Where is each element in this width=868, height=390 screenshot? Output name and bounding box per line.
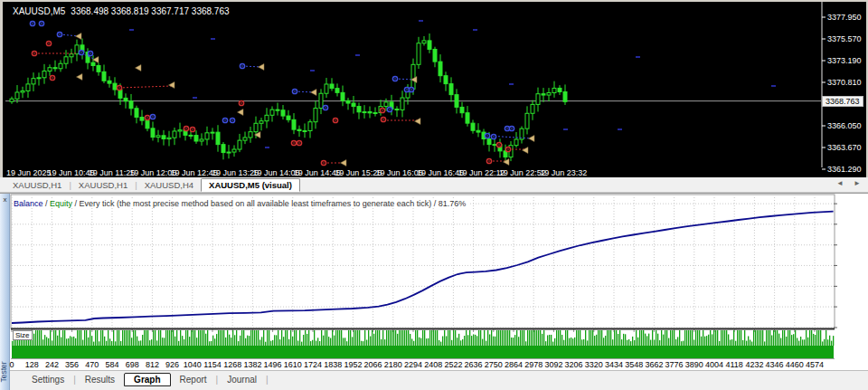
- legend-separator: /: [43, 199, 51, 208]
- tester-x-axis-label: 2522: [444, 360, 462, 369]
- tester-x-axis-label: 1838: [324, 360, 342, 369]
- time-axis-label: 19 Jun 12:45: [171, 168, 218, 177]
- chart-tab-xauusd-h1[interactable]: XAUUSD,H1: [71, 179, 135, 191]
- tester-x-axis-label: 584: [105, 360, 118, 369]
- mt4-strategy-tester-window: XAUUSD,M53368.498 3368.819 3367.717 3368…: [0, 0, 868, 390]
- close-icon[interactable]: x: [1, 195, 9, 204]
- tester-graph-header: Balance / Equity / Every tick (the most …: [14, 199, 469, 208]
- time-axis-label: 19 Jun 16:45: [417, 168, 464, 177]
- tester-x-axis-label: 1040: [184, 360, 202, 369]
- price-axis-label: 3377.950: [827, 13, 868, 22]
- tester-x-axis-label: 3662: [645, 360, 663, 369]
- price-axis-label: 3375.570: [827, 34, 868, 43]
- tester-x-axis-label: 4232: [745, 360, 763, 369]
- strategy-tester-panel: Balance / Equity / Every tick (the most …: [0, 193, 868, 390]
- tester-x-axis-label: 812: [146, 360, 159, 369]
- tester-x-axis-label: 3548: [625, 360, 643, 369]
- price-axis-label: 3373.190: [827, 56, 868, 65]
- tab-scroll-left-icon[interactable]: ◄: [836, 179, 844, 187]
- chart-ohlc-title: XAUUSD,M53368.498 3368.819 3367.717 3368…: [13, 6, 230, 16]
- tester-x-axis-label: 1952: [344, 360, 362, 369]
- time-axis-label: 19 Jun 22:52: [499, 168, 546, 177]
- tester-x-axis-label: 470: [85, 360, 99, 369]
- time-axis-label: 19 Jun 22:12: [458, 168, 505, 177]
- tester-x-axis-label: 128: [25, 360, 39, 369]
- tester-x-axis-label: 1154: [203, 360, 221, 369]
- candlestick-plot[interactable]: [3, 2, 866, 177]
- tester-x-axis-label: 2636: [465, 360, 483, 369]
- legend-balance: Balance: [14, 199, 43, 208]
- tester-x-axis-label: 3776: [665, 360, 684, 369]
- tester-strip-label: Tester: [0, 356, 8, 388]
- tester-x-axis-label: 1268: [223, 360, 241, 369]
- time-axis-label: 19 Jun 2025: [6, 168, 52, 177]
- tester-tab-results[interactable]: Results: [76, 374, 124, 385]
- tester-x-axis-label: 2408: [424, 360, 442, 369]
- tester-tab-bar: Settings|ResultsGraphReport|Journal|: [10, 370, 868, 390]
- tab-scroll-right-icon[interactable]: ►: [854, 179, 861, 187]
- price-axis-label: 3361.290: [827, 165, 868, 174]
- current-price-tag: 3368.763: [822, 96, 863, 107]
- price-axis-label: 3370.810: [827, 78, 868, 87]
- tester-x-axis-label: 3206: [565, 360, 583, 369]
- tester-x-axis-label: 4574: [806, 360, 824, 369]
- legend-method-text: / Every tick (the most precise method ba…: [72, 199, 466, 208]
- time-axis-label: 19 Jun 16:05: [376, 168, 423, 177]
- tester-x-axis-label: 1382: [243, 360, 261, 369]
- chart-tab-bar: XAUUSD,H1|XAUUSD,H1|XAUUSD,H4XAUUSD,M5 (…: [0, 177, 868, 193]
- price-axis-label: 3363.670: [827, 143, 868, 152]
- tester-x-axis-label: 4118: [726, 360, 743, 369]
- price-axis-label: 3366.050: [827, 121, 868, 130]
- time-axis-label: 19 Jun 10:45: [47, 168, 94, 177]
- tester-x-axis-label: 0: [9, 360, 14, 369]
- tester-x-axis-label: 3320: [585, 360, 603, 369]
- tester-x-axis-label: 2750: [485, 360, 503, 369]
- time-axis-label: 19 Jun 11:25: [89, 168, 135, 177]
- tester-side-strip: x Tester: [0, 194, 10, 390]
- tester-tab-journal[interactable]: Journal: [218, 374, 266, 385]
- tester-x-axis-label: 698: [126, 360, 139, 369]
- tester-x-axis-label: 4004: [705, 360, 723, 369]
- tester-x-axis-label: 4346: [766, 360, 784, 369]
- tester-x-axis-label: 242: [45, 360, 59, 369]
- tester-graph-plot[interactable]: [0, 194, 868, 370]
- chart-symbol-period: XAUUSD,M5: [13, 6, 65, 16]
- candlestick-chart[interactable]: XAUUSD,M53368.498 3368.819 3367.717 3368…: [0, 0, 868, 177]
- tester-x-axis-label: 1496: [264, 360, 282, 369]
- tester-x-axis-label: 926: [165, 360, 179, 369]
- chart-tab-xauusd-h4[interactable]: XAUUSD,H4: [137, 179, 201, 191]
- tester-x-axis-label: 4460: [786, 360, 804, 369]
- tester-x-axis-label: 2180: [384, 360, 402, 369]
- tester-x-axis-label: 2864: [505, 360, 523, 369]
- chart-ohlc-values: 3368.498 3368.819 3367.717 3368.763: [71, 6, 229, 16]
- tester-x-axis-label: 2978: [524, 360, 542, 369]
- time-axis-label: 19 Jun 15:25: [335, 168, 382, 177]
- tester-tab-graph[interactable]: Graph: [124, 373, 170, 386]
- chart-tab-xauusd-h1[interactable]: XAUUSD,H1: [5, 179, 69, 191]
- tester-x-axis-label: 2294: [404, 360, 422, 369]
- tester-tab-settings[interactable]: Settings: [23, 374, 73, 385]
- tester-x-axis-label: 1610: [284, 360, 302, 369]
- tester-x-axis-label: 2066: [364, 360, 382, 369]
- tester-x-axis-label: 3092: [544, 360, 562, 369]
- size-panel-label: Size: [13, 330, 33, 340]
- tester-tab-report[interactable]: Report: [171, 374, 216, 385]
- tab-separator: |: [266, 375, 269, 385]
- tester-x-axis-label: 356: [65, 360, 79, 369]
- tester-x-axis-label: 3890: [685, 360, 703, 369]
- time-axis-label: 19 Jun 13:25: [212, 168, 259, 177]
- time-axis-label: 19 Jun 23:32: [540, 168, 587, 177]
- tester-x-axis-label: 3434: [605, 360, 623, 369]
- time-axis-label: 19 Jun 14:45: [294, 168, 341, 177]
- chart-tab-xauusd-m5-visual-[interactable]: XAUUSD,M5 (visual): [201, 178, 300, 192]
- time-axis-label: 19 Jun 14:05: [252, 168, 299, 177]
- tester-x-axis-label: 1724: [304, 360, 322, 369]
- time-axis-label: 19 Jun 12:05: [129, 168, 176, 177]
- legend-equity: Equity: [50, 199, 72, 208]
